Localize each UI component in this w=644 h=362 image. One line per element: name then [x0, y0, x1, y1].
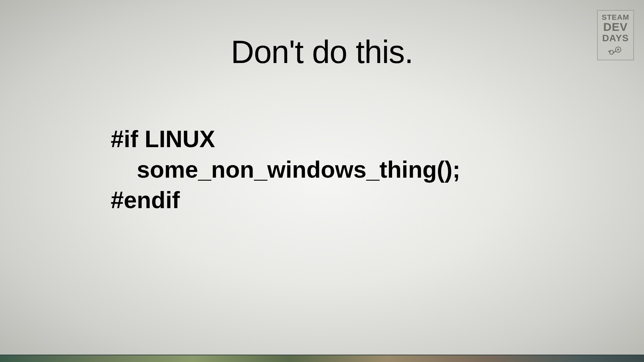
- slide-footer-strip: [0, 355, 644, 362]
- svg-point-2: [617, 49, 619, 51]
- slide-title: Don't do this.: [231, 34, 413, 70]
- steam-icon: [608, 46, 623, 56]
- presentation-slide: Don't do this. #if LINUX some_non_window…: [0, 0, 644, 362]
- logo-text-days: DAYS: [602, 33, 629, 43]
- logo-text-dev: DEV: [603, 21, 628, 33]
- logo-text-steam: STEAM: [602, 13, 629, 21]
- steam-dev-days-logo: STEAM DEV DAYS: [597, 10, 634, 60]
- code-example: #if LINUX some_non_windows_thing(); #end…: [111, 124, 460, 216]
- svg-point-0: [609, 50, 613, 54]
- code-line-3: #endif: [111, 185, 460, 216]
- code-line-1: #if LINUX: [111, 124, 460, 155]
- code-line-2: some_non_windows_thing();: [111, 155, 460, 185]
